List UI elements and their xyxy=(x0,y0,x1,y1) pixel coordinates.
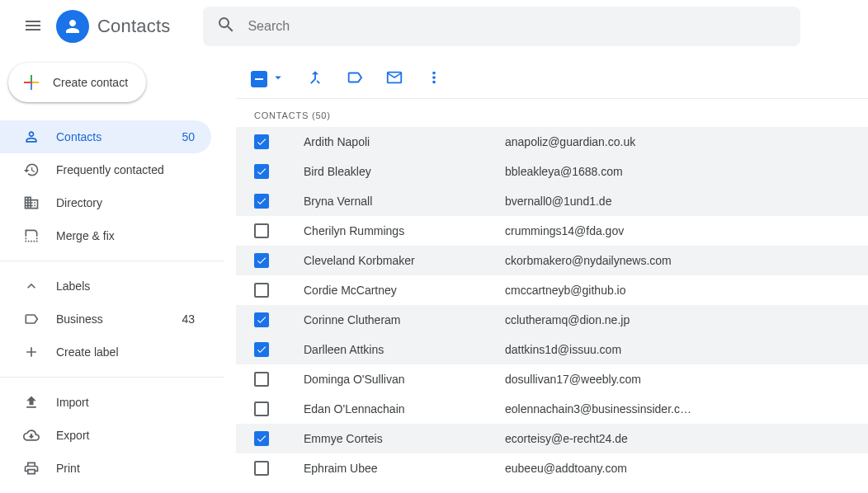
contacts-list: Ardith Napolianapoliz@guardian.co.ukBird… xyxy=(236,127,868,493)
merge-icon xyxy=(23,228,40,244)
contact-email: eubeeu@addtoany.com xyxy=(505,462,868,475)
sidebar-item-count: 43 xyxy=(182,312,195,326)
history-icon xyxy=(23,162,40,178)
add-icon xyxy=(23,344,40,360)
label-button[interactable] xyxy=(345,69,365,89)
contact-name: Cleveland Korbmaker xyxy=(269,254,505,267)
selection-indicator[interactable] xyxy=(251,70,285,88)
contact-name: Bryna Vernall xyxy=(269,195,505,208)
contact-name: Cherilyn Rummings xyxy=(269,224,505,237)
contact-row[interactable]: Cherilyn Rummingscrummings14@fda.gov xyxy=(236,216,868,246)
contact-checkbox[interactable] xyxy=(254,253,269,268)
dropdown-arrow-icon xyxy=(271,70,285,88)
sidebar-print[interactable]: Print xyxy=(0,452,211,485)
contact-checkbox[interactable] xyxy=(254,223,269,238)
contact-row[interactable]: Ardith Napolianapoliz@guardian.co.uk xyxy=(236,127,868,157)
sidebar-item-label: Export xyxy=(56,429,195,442)
app-title: Contacts xyxy=(97,16,170,37)
more-vert-icon xyxy=(425,68,443,89)
main-panel: CONTACTS (50) Ardith Napolianapoliz@guar… xyxy=(224,53,868,493)
search-input[interactable] xyxy=(248,19,787,34)
contact-email: eolennachain3@businessinsider.c… xyxy=(505,402,868,416)
contact-checkbox[interactable] xyxy=(254,164,269,179)
contact-row[interactable]: Cleveland Korbmakerckorbmakero@nydailyne… xyxy=(236,246,868,275)
contact-checkbox[interactable] xyxy=(254,431,269,446)
sidebar-item-directory[interactable]: Directory xyxy=(0,186,211,219)
contact-row[interactable]: Ephraim Ubeeeubeeu@addtoany.com xyxy=(236,453,868,483)
section-header: CONTACTS (50) xyxy=(236,99,868,127)
label-outline-icon xyxy=(346,68,364,89)
plus-multicolor-icon xyxy=(21,73,41,92)
sidebar-item-label: Directory xyxy=(56,196,195,209)
contact-checkbox[interactable] xyxy=(254,342,269,357)
contact-row[interactable]: Bird Bleakleybbleakleya@1688.com xyxy=(236,157,868,186)
contact-email: ecorteisy@e-recht24.de xyxy=(505,432,868,445)
contact-name: Emmye Corteis xyxy=(269,432,505,445)
indeterminate-checkbox-icon xyxy=(251,71,267,87)
selection-toolbar xyxy=(236,59,868,99)
contact-checkbox[interactable] xyxy=(254,134,269,149)
contact-checkbox[interactable] xyxy=(254,312,269,327)
contact-email: ckorbmakero@nydailynews.com xyxy=(505,254,868,267)
sidebar-export[interactable]: Export xyxy=(0,419,211,452)
contact-row[interactable]: Emmye Corteisecorteisy@e-recht24.de xyxy=(236,424,868,453)
sidebar-create-label[interactable]: Create label xyxy=(0,336,211,369)
contact-checkbox[interactable] xyxy=(254,401,269,416)
contact-checkbox[interactable] xyxy=(254,194,269,209)
contact-row[interactable]: Cordie McCartneycmccartneyb@github.io xyxy=(236,275,868,305)
domain-icon xyxy=(23,195,40,211)
svg-rect-0 xyxy=(31,75,32,82)
contact-row[interactable]: Darlleen Attkinsdattkins1d@issuu.com xyxy=(236,335,868,364)
sidebar-label-business[interactable]: Business 43 xyxy=(0,303,211,336)
sidebar-import[interactable]: Import xyxy=(0,386,211,419)
contact-email: cmccartneyb@github.io xyxy=(505,284,868,297)
contact-name: Bird Bleakley xyxy=(269,165,505,178)
sidebar-item-label: Create label xyxy=(56,345,195,359)
print-icon xyxy=(23,460,40,477)
upload-icon xyxy=(23,394,40,411)
sidebar-item-contacts[interactable]: Contacts 50 xyxy=(0,120,211,153)
sidebar-item-label: Merge & fix xyxy=(56,229,195,242)
menu-icon xyxy=(23,16,43,38)
app-logo[interactable]: Contacts xyxy=(56,10,170,43)
contact-name: Ardith Napoli xyxy=(269,135,505,148)
contact-row[interactable]: Dominga O'Sullivandosullivan17@weebly.co… xyxy=(236,364,868,394)
sidebar-item-count: 50 xyxy=(182,130,195,143)
merge-button[interactable] xyxy=(305,69,325,89)
contact-email: dosullivan17@weebly.com xyxy=(505,373,868,386)
sidebar-item-label: Labels xyxy=(56,279,195,293)
sidebar-item-frequent[interactable]: Frequently contacted xyxy=(0,153,211,186)
contact-checkbox[interactable] xyxy=(254,283,269,298)
create-contact-label: Create contact xyxy=(53,76,128,89)
more-button[interactable] xyxy=(424,69,444,89)
contact-checkbox[interactable] xyxy=(254,372,269,387)
contact-name: Ephraim Ubee xyxy=(269,462,505,475)
chevron-up-icon xyxy=(23,278,40,294)
main-menu-button[interactable] xyxy=(13,7,53,46)
create-contact-button[interactable]: Create contact xyxy=(8,63,146,102)
search-bar[interactable] xyxy=(203,7,800,46)
email-icon xyxy=(385,68,403,89)
contact-email: anapoliz@guardian.co.uk xyxy=(505,135,868,148)
contact-name: Dominga O'Sullivan xyxy=(269,373,505,386)
svg-rect-1 xyxy=(31,83,32,90)
contact-email: cclutheramq@dion.ne.jp xyxy=(505,313,868,326)
person-icon xyxy=(23,129,40,145)
contact-row[interactable]: Edan O'Lennachaineolennachain3@businessi… xyxy=(236,394,868,424)
merge-arrow-icon xyxy=(306,68,324,89)
sidebar-item-merge-fix[interactable]: Merge & fix xyxy=(0,219,211,252)
contact-name: Corinne Clutheram xyxy=(269,313,505,326)
email-button[interactable] xyxy=(384,69,404,89)
contact-email: bbleakleya@1688.com xyxy=(505,165,868,178)
sidebar-labels-header[interactable]: Labels xyxy=(0,270,211,303)
contact-email: crummings14@fda.gov xyxy=(505,224,868,237)
contact-row[interactable]: Bryna Vernallbvernall0@1und1.de xyxy=(236,186,868,216)
contact-row[interactable]: Corinne Clutheramcclutheramq@dion.ne.jp xyxy=(236,305,868,335)
contact-checkbox[interactable] xyxy=(254,461,269,476)
contacts-logo-icon xyxy=(56,10,89,43)
contact-name: Darlleen Attkins xyxy=(269,343,505,356)
sidebar-item-label: Print xyxy=(56,462,195,475)
contact-name: Edan O'Lennachain xyxy=(269,402,505,416)
svg-rect-3 xyxy=(32,82,39,83)
sidebar-item-label: Business xyxy=(56,312,182,326)
